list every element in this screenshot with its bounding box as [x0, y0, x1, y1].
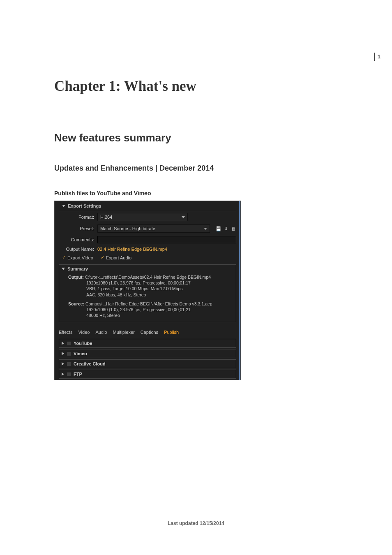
format-dropdown[interactable]: H.264: [97, 213, 188, 221]
ftp-checkbox[interactable]: [67, 372, 71, 377]
export-settings-header[interactable]: Export Settings: [59, 201, 236, 211]
expand-icon: [62, 352, 64, 355]
last-updated-footer: Last updated 12/15/2014: [0, 520, 392, 526]
tab-multiplexer[interactable]: Multiplexer: [113, 330, 135, 335]
creative-cloud-label: Creative Cloud: [74, 361, 106, 366]
format-row: Format: H.264: [55, 211, 240, 223]
output-spec-bitrate: VBR, 1 pass, Target 10.00 Mbps, Max 12.0…: [68, 286, 233, 291]
format-value: H.264: [100, 215, 112, 220]
sub-heading: Publish files to YouTube and Vimeo: [54, 190, 339, 197]
output-name-link[interactable]: 02.4 Hair Refine Edge BEGIN.mp4: [97, 247, 167, 252]
chapter-title: Chapter 1: What's new: [54, 78, 339, 95]
comments-input[interactable]: [97, 236, 236, 243]
export-settings-screenshot: Export Settings Format: H.264 Preset: Ma…: [54, 201, 241, 380]
save-preset-icon[interactable]: 💾: [216, 226, 221, 231]
main-content: Chapter 1: What's new New features summa…: [54, 0, 339, 380]
import-preset-icon[interactable]: ⇓: [223, 226, 229, 231]
publish-ftp-group[interactable]: FTP: [59, 370, 236, 379]
tab-effects[interactable]: Effects: [59, 330, 72, 335]
tab-publish[interactable]: Publish: [164, 330, 179, 335]
summary-source-block: Source: Composi...Hair Refine Edge BEGIN…: [62, 300, 233, 321]
source-label: Source:: [68, 301, 84, 306]
chevron-down-icon: [182, 216, 185, 218]
export-check-row: ✓ Export Video ✓ Export Audio: [55, 253, 240, 263]
export-settings-title: Export Settings: [68, 204, 101, 208]
output-name-label: Output Name:: [59, 247, 94, 252]
section-title: New features summary: [54, 132, 339, 144]
format-label: Format:: [59, 215, 94, 220]
check-icon: ✓: [62, 255, 66, 260]
expand-icon: [62, 372, 64, 376]
preset-label: Preset:: [59, 226, 94, 231]
tab-audio[interactable]: Audio: [95, 330, 107, 335]
chevron-down-icon: [204, 228, 207, 230]
summary-title: Summary: [67, 266, 88, 271]
settings-tabs: Effects Video Audio Multiplexer Captions…: [55, 326, 240, 339]
check-icon: ✓: [101, 255, 104, 260]
preset-value: Match Source - High bitrate: [100, 226, 155, 231]
output-path: C:\work...reffects\DemoAssets\02.4 Hair …: [85, 275, 211, 280]
summary-header[interactable]: Summary: [62, 266, 233, 271]
output-spec-video: 1920x1080 (1.0), 23.976 fps, Progressive…: [68, 280, 233, 286]
publish-vimeo-group[interactable]: Vimeo: [59, 349, 236, 358]
comments-label: Comments:: [59, 237, 94, 242]
subsection-title: Updates and Enhancements | December 2014: [54, 164, 339, 173]
export-audio-checkbox[interactable]: ✓ Export Audio: [101, 255, 131, 260]
output-name-row: Output Name: 02.4 Hair Refine Edge BEGIN…: [55, 245, 240, 253]
export-video-label: Export Video: [67, 255, 93, 260]
vimeo-checkbox[interactable]: [67, 352, 71, 356]
expand-icon: [62, 362, 64, 365]
output-label: Output:: [68, 275, 84, 280]
export-audio-label: Export Audio: [106, 255, 131, 260]
source-spec-audio: 48000 Hz, Stereo: [68, 312, 233, 318]
source-spec-video: 1920x1080 (1.0), 23.976 fps, Progressive…: [68, 307, 233, 312]
preset-row: Preset: Match Source - High bitrate 💾 ⇓ …: [55, 223, 240, 234]
preset-dropdown[interactable]: Match Source - High bitrate: [97, 224, 210, 233]
page-number: 1: [374, 53, 380, 61]
youtube-label: YouTube: [74, 341, 92, 346]
expand-icon: [62, 342, 64, 345]
collapse-icon: [62, 205, 65, 207]
creative-cloud-checkbox[interactable]: [67, 362, 71, 366]
scrollbar-edge: [239, 201, 240, 380]
export-video-checkbox[interactable]: ✓ Export Video: [62, 255, 93, 260]
summary-panel: Summary Output: C:\work...reffects\DemoA…: [59, 264, 236, 322]
delete-preset-icon[interactable]: 🗑: [231, 226, 236, 231]
preset-icon-group: 💾 ⇓ 🗑: [216, 226, 236, 231]
youtube-checkbox[interactable]: [67, 341, 71, 346]
summary-output-block: Output: C:\work...reffects\DemoAssets\02…: [62, 273, 233, 300]
output-spec-audio: AAC, 320 kbps, 48 kHz, Stereo: [68, 292, 233, 298]
source-path: Composi...Hair Refine Edge BEGIN/After E…: [85, 301, 212, 306]
ftp-label: FTP: [74, 372, 82, 377]
publish-creative-cloud-group[interactable]: Creative Cloud: [59, 359, 236, 368]
tab-video[interactable]: Video: [78, 330, 90, 335]
comments-row: Comments:: [55, 234, 240, 245]
collapse-icon: [62, 268, 65, 270]
vimeo-label: Vimeo: [74, 351, 87, 356]
tab-captions[interactable]: Captions: [141, 330, 158, 335]
publish-youtube-group[interactable]: YouTube: [59, 339, 236, 348]
